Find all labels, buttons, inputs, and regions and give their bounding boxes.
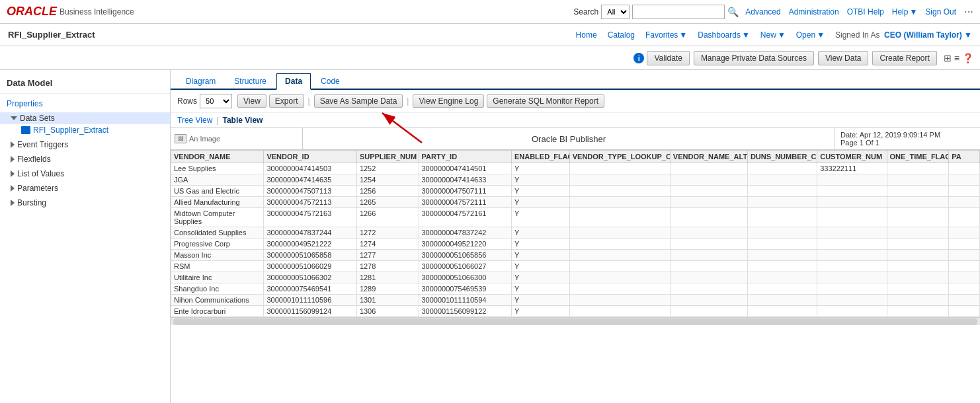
save-sample-button[interactable]: Save As Sample Data	[314, 94, 403, 108]
open-dropdown[interactable]: Open ▼	[796, 30, 825, 40]
manage-private-data-sources-button[interactable]: Manage Private Data Sources	[694, 51, 814, 65]
generate-sql-button[interactable]: Generate SQL Monitor Report	[487, 94, 604, 108]
sign-out-link[interactable]: Sign Out	[925, 7, 956, 17]
table-cell	[887, 283, 949, 295]
table-body: Lee Supplies3000000047414503125230000000…	[171, 163, 980, 317]
user-link[interactable]: CEO (William Taylor) ▼	[882, 30, 972, 40]
export-button[interactable]: Export	[269, 94, 304, 108]
more-icon[interactable]: ⋯	[964, 7, 973, 17]
grid-icon[interactable]: ⊞	[944, 53, 952, 63]
administration-link[interactable]: Administration	[789, 7, 839, 17]
table-cell: 3000000047414501	[419, 163, 511, 174]
col-customer-num: CUSTOMER_NUM	[817, 151, 887, 163]
tab-data[interactable]: Data	[276, 73, 311, 90]
favorites-dropdown[interactable]: Favorites ▼	[645, 30, 687, 40]
table-cell	[817, 272, 887, 283]
sidebar-item-list-of-values[interactable]: List of Values	[0, 168, 170, 180]
table-cell: Y	[511, 261, 569, 272]
validate-button[interactable]: Validate	[647, 51, 689, 65]
table-cell	[817, 197, 887, 208]
toolbar-icons: ⊞ ≡ ❓	[944, 53, 973, 63]
table-cell: 3000000075469541	[264, 283, 356, 295]
dashboards-dropdown[interactable]: Dashboards ▼	[698, 30, 750, 40]
table-cell	[670, 163, 747, 174]
table-view-link[interactable]: Table View	[222, 116, 263, 125]
table-cell	[747, 306, 817, 317]
table-cell: 3000000047572111	[419, 197, 511, 208]
separator-2: |	[407, 96, 409, 106]
tab-diagram[interactable]: Diagram	[177, 73, 224, 89]
rows-label: Rows	[177, 96, 197, 106]
table-cell: 1306	[356, 306, 419, 317]
table-cell: Ente Idrocarburi	[171, 306, 264, 317]
table-cell	[670, 295, 747, 306]
rows-select[interactable]: 50 100 200	[200, 94, 232, 108]
table-row: US Gas and Electric300000004750711312563…	[171, 186, 980, 197]
horizontal-scrollbar[interactable]	[171, 317, 980, 325]
table-cell	[817, 283, 887, 295]
table-cell	[887, 227, 949, 238]
table-row: Ente Idrocarburi300000115609912413063000…	[171, 306, 980, 317]
table-cell: 3000000047572161	[419, 208, 511, 227]
otbi-help-link[interactable]: OTBI Help	[847, 7, 884, 17]
sidebar-item-parameters[interactable]: Parameters	[0, 182, 170, 194]
table-cell	[747, 272, 817, 283]
table-cell	[949, 197, 980, 208]
table-cell	[949, 261, 980, 272]
table-cell	[569, 238, 670, 250]
logo-cell: 🖼 An Image	[171, 128, 303, 149]
view-toggle-area: Tree View | Table View	[171, 113, 980, 128]
table-cell: 3000000051065858	[264, 250, 356, 261]
help-dropdown[interactable]: Help ▼	[892, 7, 918, 17]
create-report-button[interactable]: Create Report	[872, 51, 936, 65]
table-row: Masson Inc300000005106585812773000000051…	[171, 250, 980, 261]
home-link[interactable]: Home	[576, 30, 597, 40]
view-engine-log-button[interactable]: View Engine Log	[413, 94, 484, 108]
table-cell: 1289	[356, 283, 419, 295]
tab-code[interactable]: Code	[312, 73, 348, 89]
table-cell: 3000000049521220	[419, 238, 511, 250]
catalog-link[interactable]: Catalog	[608, 30, 635, 40]
advanced-link[interactable]: Advanced	[745, 7, 780, 17]
table-cell: Masson Inc	[171, 250, 264, 261]
table-cell	[747, 174, 817, 186]
data-table-container[interactable]: 🖼 An Image Oracle BI Publisher Date: Apr…	[171, 128, 980, 403]
tabs-bar: Diagram Structure Data Code	[171, 70, 980, 90]
parameters-section: Parameters	[0, 181, 170, 196]
sidebar-item-flexfields[interactable]: Flexfields	[0, 153, 170, 165]
info-icon[interactable]: i	[633, 53, 644, 63]
search-input[interactable]	[632, 5, 725, 19]
sidebar-item-bursting[interactable]: Bursting	[0, 197, 170, 209]
sidebar-item-datasets[interactable]: Data Sets	[0, 112, 170, 124]
tab-structure[interactable]: Structure	[225, 73, 275, 89]
tree-view-link[interactable]: Tree View	[177, 116, 212, 125]
table-cell: 3000000049521222	[264, 238, 356, 250]
table-cell: Y	[511, 306, 569, 317]
help-circle-icon[interactable]: ❓	[962, 53, 973, 63]
sidebar-item-event-triggers[interactable]: Event Triggers	[0, 139, 170, 151]
table-cell	[670, 306, 747, 317]
right-panel: Diagram Structure Data Code Rows 50 100 …	[171, 70, 980, 403]
sidebar: Data Model Properties Data Sets RFI_Supp…	[0, 70, 171, 403]
new-dropdown[interactable]: New ▼	[760, 30, 786, 40]
search-area: Search All 🔍	[573, 5, 739, 19]
table-cell: Consolidated Supplies	[171, 227, 264, 238]
table-cell: 3000000051066027	[419, 261, 511, 272]
table-cell	[949, 283, 980, 295]
table-cell	[670, 174, 747, 186]
table-cell	[747, 238, 817, 250]
table-cell: 1265	[356, 197, 419, 208]
dataset-name: RFI_Supplier_Extract	[33, 126, 108, 135]
search-select[interactable]: All	[601, 5, 630, 19]
table-cell	[569, 197, 670, 208]
table-cell	[670, 186, 747, 197]
table-cell: Progressive Corp	[171, 238, 264, 250]
bursting-section: Bursting	[0, 196, 170, 210]
view-button[interactable]: View	[237, 94, 266, 108]
publisher-header: 🖼 An Image Oracle BI Publisher Date: Apr…	[171, 128, 980, 150]
view-data-button[interactable]: View Data	[818, 51, 868, 65]
list-icon[interactable]: ≡	[954, 53, 960, 63]
properties-link[interactable]: Properties	[0, 96, 170, 111]
search-icon[interactable]: 🔍	[727, 7, 739, 17]
sidebar-item-rfi-extract[interactable]: RFI_Supplier_Extract	[0, 124, 170, 136]
